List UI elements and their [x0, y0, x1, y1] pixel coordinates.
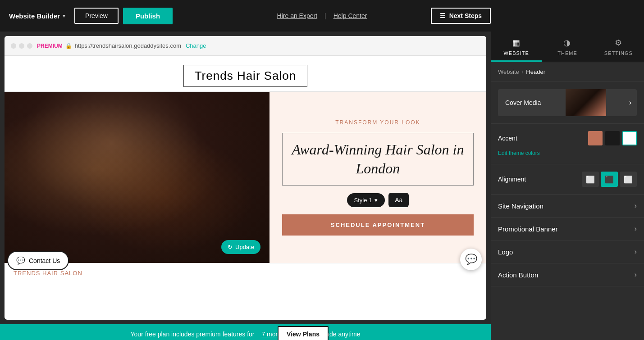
- brand-label: Website Builder: [9, 12, 60, 20]
- update-badge[interactable]: ↻ Update: [221, 240, 260, 254]
- cta-button[interactable]: SCHEDULE APPOINTMENT: [282, 214, 474, 236]
- breadcrumb-parent[interactable]: Website: [498, 68, 519, 75]
- website-tab-label: WEBSITE: [503, 50, 529, 56]
- panel-tabs: ▦ WEBSITE ◑ THEME ⚙ SETTINGS: [491, 32, 644, 62]
- action-button-label: Action Button: [498, 271, 538, 279]
- brand-logo[interactable]: Website Builder ▾: [9, 12, 65, 20]
- accent-section: Accent Edit theme colors: [491, 124, 644, 164]
- nav-center-links: Hire an Expert | Help Center: [277, 12, 367, 19]
- alignment-buttons: ⬜ ⬛ ⬜: [582, 172, 637, 187]
- accent-swatches: [588, 131, 637, 145]
- next-steps-button[interactable]: ☰ Next Steps: [431, 8, 491, 24]
- edit-theme-colors-link[interactable]: Edit theme colors: [498, 150, 540, 156]
- floating-chat-icon[interactable]: 💬: [460, 249, 482, 270]
- cover-media-thumbnail: [566, 89, 606, 116]
- update-label: Update: [235, 244, 254, 250]
- accent-row: Accent: [498, 131, 637, 145]
- cover-media-row[interactable]: Cover Media ›: [498, 89, 637, 116]
- style-label: Style 1: [354, 197, 372, 204]
- site-navigation-chevron-icon: ›: [635, 202, 637, 210]
- premium-badge: PREMIUM: [37, 43, 63, 49]
- cover-media-label: Cover Media: [498, 93, 548, 113]
- tab-theme[interactable]: ◑ THEME: [542, 32, 593, 62]
- settings-tab-label: SETTINGS: [604, 50, 633, 56]
- panel-breadcrumb: Website / Header: [491, 62, 644, 82]
- update-icon: ↻: [228, 244, 233, 250]
- site-navigation-row[interactable]: Site Navigation ›: [491, 195, 644, 218]
- browser-url: PREMIUM 🔒 https://trendshairsalon.godadd…: [37, 42, 206, 49]
- swatch-black[interactable]: [605, 131, 620, 145]
- url-text: https://trendshairsalon.godaddysites.com: [75, 42, 181, 49]
- help-center-link[interactable]: Help Center: [333, 12, 367, 19]
- hero-right: TRANSFORM YOUR LOOK Award-Winning Hair S…: [269, 92, 486, 263]
- canvas-area: PREMIUM 🔒 https://trendshairsalon.godadd…: [0, 32, 491, 340]
- publish-button[interactable]: Publish: [123, 8, 173, 24]
- preview-button[interactable]: Preview: [74, 8, 119, 24]
- logo-chevron-icon: ›: [635, 248, 637, 256]
- headline-text: Award-Winning Hair Salon in London: [292, 141, 464, 178]
- main-area: PREMIUM 🔒 https://trendshairsalon.godadd…: [0, 32, 644, 340]
- alignment-label: Alignment: [498, 176, 526, 183]
- style-controls: Style 1 ▾ Aa: [347, 193, 409, 207]
- breadcrumb-separator: /: [522, 68, 524, 75]
- hero-image: ↻ Update: [5, 92, 269, 263]
- align-center-button[interactable]: ⬛: [601, 172, 618, 187]
- nav-divider: |: [324, 12, 326, 19]
- swatch-salmon[interactable]: [588, 131, 603, 145]
- hire-expert-link[interactable]: Hire an Expert: [277, 12, 317, 19]
- accent-label: Accent: [498, 135, 517, 142]
- promotional-banner-chevron-icon: ›: [635, 225, 637, 233]
- site-title: Trends Hair Salon: [183, 65, 308, 87]
- site-footer-bar: TRENDS HAIR SALON: [5, 263, 486, 283]
- style-pill-button[interactable]: Style 1 ▾: [347, 193, 385, 207]
- upgrade-bar: Your free plan includes premium features…: [0, 324, 491, 340]
- cover-media-chevron-icon: ›: [624, 99, 637, 107]
- right-panel: ▦ WEBSITE ◑ THEME ⚙ SETTINGS Website / H…: [491, 32, 644, 340]
- upgrade-text: Your free plan includes premium features…: [131, 331, 255, 338]
- font-icon: Aa: [395, 196, 402, 204]
- top-navigation: Website Builder ▾ Preview Publish Hire a…: [0, 0, 644, 32]
- promotional-banner-row[interactable]: Promotional Banner ›: [491, 218, 644, 240]
- headline-box[interactable]: Award-Winning Hair Salon in London: [282, 133, 474, 186]
- hero-section: ↻ Update TRANSFORM YOUR LOOK Award-Winni…: [5, 92, 486, 263]
- contact-us-label: Contact Us: [29, 257, 60, 264]
- theme-tab-label: THEME: [557, 50, 577, 56]
- alignment-section: Alignment ⬜ ⬛ ⬜: [491, 164, 644, 195]
- canvas-wrapper: PREMIUM 🔒 https://trendshairsalon.godadd…: [0, 36, 491, 320]
- view-plans-button[interactable]: View Plans: [278, 326, 329, 340]
- site-header-title: Trends Hair Salon: [5, 56, 486, 92]
- breadcrumb-current: Header: [526, 68, 545, 75]
- cover-media-section: Cover Media ›: [491, 82, 644, 124]
- tab-website[interactable]: ▦ WEBSITE: [491, 32, 542, 62]
- logo-row[interactable]: Logo ›: [491, 240, 644, 263]
- chat-bubble-icon: 💬: [16, 256, 25, 265]
- browser-chrome: PREMIUM 🔒 https://trendshairsalon.godadd…: [5, 36, 486, 320]
- site-navigation-label: Site Navigation: [498, 202, 544, 210]
- footer-brand: TRENDS HAIR SALON: [14, 270, 82, 277]
- contact-us-button[interactable]: 💬 Contact Us: [7, 251, 69, 270]
- alignment-row: Alignment ⬜ ⬛ ⬜: [498, 172, 637, 187]
- next-steps-icon: ☰: [440, 12, 446, 19]
- align-left-button[interactable]: ⬜: [582, 172, 599, 187]
- website-tab-icon: ▦: [512, 38, 521, 48]
- action-button-row[interactable]: Action Button ›: [491, 263, 644, 286]
- lock-icon: 🔒: [65, 43, 72, 49]
- dot-2: [19, 43, 24, 49]
- dot-1: [11, 43, 16, 49]
- swatch-white[interactable]: [622, 131, 637, 145]
- browser-bar: PREMIUM 🔒 https://trendshairsalon.godadd…: [5, 36, 486, 56]
- align-right-button[interactable]: ⬜: [620, 172, 637, 187]
- brand-chevron-icon: ▾: [63, 13, 65, 19]
- hero-portrait: [5, 92, 269, 263]
- transform-label: TRANSFORM YOUR LOOK: [335, 119, 420, 126]
- change-link[interactable]: Change: [186, 42, 206, 49]
- tab-settings[interactable]: ⚙ SETTINGS: [593, 32, 644, 62]
- style-chevron-icon: ▾: [375, 197, 378, 204]
- promotional-banner-label: Promotional Banner: [498, 225, 558, 233]
- browser-dots: [11, 43, 32, 49]
- dot-3: [27, 43, 32, 49]
- theme-tab-icon: ◑: [563, 38, 571, 48]
- font-button[interactable]: Aa: [388, 193, 409, 207]
- settings-tab-icon: ⚙: [615, 38, 622, 48]
- next-steps-label: Next Steps: [449, 12, 482, 19]
